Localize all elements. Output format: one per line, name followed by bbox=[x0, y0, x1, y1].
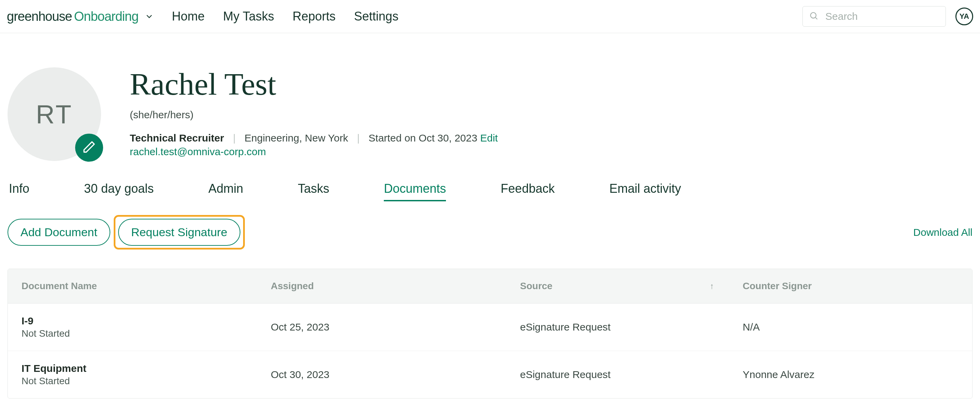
cell-counter-signer: N/A bbox=[729, 310, 978, 345]
tab-feedback[interactable]: Feedback bbox=[501, 182, 555, 201]
profile-initials: RT bbox=[36, 99, 73, 129]
cell-action bbox=[978, 361, 980, 388]
tab-info[interactable]: Info bbox=[9, 182, 29, 201]
profile-start-date: Started on Oct 30, 2023 bbox=[368, 132, 477, 144]
table-row: IT Equipment Not Started Oct 30, 2023 eS… bbox=[8, 351, 972, 398]
profile-pronouns: (she/her/hers) bbox=[130, 109, 498, 121]
edit-avatar-button[interactable] bbox=[75, 134, 103, 162]
tab-30-day-goals[interactable]: 30 day goals bbox=[84, 182, 154, 201]
profile-section: RT Rachel Test (she/her/hers) Technical … bbox=[0, 33, 980, 161]
table-header: Document Name Assigned Source ↑ Counter … bbox=[8, 269, 972, 304]
col-action: Action bbox=[978, 269, 980, 303]
profile-email[interactable]: rachel.test@omniva-corp.com bbox=[130, 146, 498, 158]
logo-text-sub: Onboarding bbox=[74, 9, 138, 24]
col-source[interactable]: Source ↑ bbox=[506, 269, 729, 303]
sort-ascending-icon: ↑ bbox=[710, 281, 714, 291]
tab-admin[interactable]: Admin bbox=[208, 182, 243, 201]
cell-document-name: I-9 Not Started bbox=[8, 304, 257, 351]
svg-point-0 bbox=[811, 13, 816, 18]
col-assigned[interactable]: Assigned bbox=[257, 269, 506, 303]
request-signature-button[interactable]: Request Signature bbox=[118, 219, 240, 246]
document-title[interactable]: I-9 bbox=[22, 315, 243, 327]
col-source-label: Source bbox=[520, 281, 552, 291]
cell-document-name: IT Equipment Not Started bbox=[8, 351, 257, 398]
nav-settings[interactable]: Settings bbox=[354, 9, 398, 24]
current-user-initials: YA bbox=[959, 12, 969, 21]
pencil-icon bbox=[82, 140, 96, 155]
cell-counter-signer: Ynonne Alvarez bbox=[729, 357, 978, 392]
chevron-down-icon[interactable] bbox=[145, 12, 154, 21]
add-document-button[interactable]: Add Document bbox=[8, 219, 110, 246]
svg-line-1 bbox=[815, 18, 817, 19]
profile-name: Rachel Test bbox=[130, 66, 498, 102]
tab-tasks[interactable]: Tasks bbox=[298, 182, 329, 201]
cell-action bbox=[978, 313, 980, 341]
search-box[interactable] bbox=[802, 6, 946, 27]
document-status: Not Started bbox=[22, 375, 243, 387]
profile-meta: Technical Recruiter | Engineering, New Y… bbox=[130, 132, 498, 144]
cell-assigned: Oct 25, 2023 bbox=[257, 310, 506, 345]
search-input[interactable] bbox=[825, 11, 939, 22]
profile-info: Rachel Test (she/her/hers) Technical Rec… bbox=[130, 67, 498, 161]
col-counter-signer[interactable]: Counter Signer bbox=[729, 269, 978, 303]
logo-text-main: greenhouse bbox=[7, 9, 72, 24]
cell-source: eSignature Request bbox=[506, 357, 729, 392]
profile-avatar-wrap: RT bbox=[8, 67, 101, 161]
document-actions: Add Document Request Signature Download … bbox=[0, 201, 980, 249]
meta-separator: | bbox=[233, 132, 235, 144]
logo[interactable]: greenhouse Onboarding bbox=[7, 9, 138, 24]
nav-reports[interactable]: Reports bbox=[293, 9, 336, 24]
nav-my-tasks[interactable]: My Tasks bbox=[223, 9, 274, 24]
profile-role: Technical Recruiter bbox=[130, 132, 224, 144]
col-document-name[interactable]: Document Name bbox=[8, 269, 257, 303]
tab-email-activity[interactable]: Email activity bbox=[609, 182, 681, 201]
main-nav: Home My Tasks Reports Settings bbox=[172, 9, 398, 24]
table-row: I-9 Not Started Oct 25, 2023 eSignature … bbox=[8, 304, 972, 351]
nav-home[interactable]: Home bbox=[172, 9, 205, 24]
meta-separator: | bbox=[357, 132, 360, 144]
document-title[interactable]: IT Equipment bbox=[22, 363, 243, 374]
documents-table: Document Name Assigned Source ↑ Counter … bbox=[8, 268, 972, 399]
download-all-link[interactable]: Download All bbox=[913, 227, 972, 238]
current-user-avatar[interactable]: YA bbox=[955, 8, 973, 25]
profile-tabs: Info 30 day goals Admin Tasks Documents … bbox=[0, 161, 980, 201]
document-status: Not Started bbox=[22, 328, 243, 339]
cell-assigned: Oct 30, 2023 bbox=[257, 357, 506, 392]
cell-source: eSignature Request bbox=[506, 310, 729, 345]
profile-department: Engineering, New York bbox=[245, 132, 348, 144]
request-signature-highlight: Request Signature bbox=[114, 215, 245, 249]
search-icon bbox=[809, 11, 818, 22]
edit-start-date-link[interactable]: Edit bbox=[480, 132, 498, 144]
tab-documents[interactable]: Documents bbox=[384, 182, 446, 201]
app-header: greenhouse Onboarding Home My Tasks Repo… bbox=[0, 0, 980, 33]
